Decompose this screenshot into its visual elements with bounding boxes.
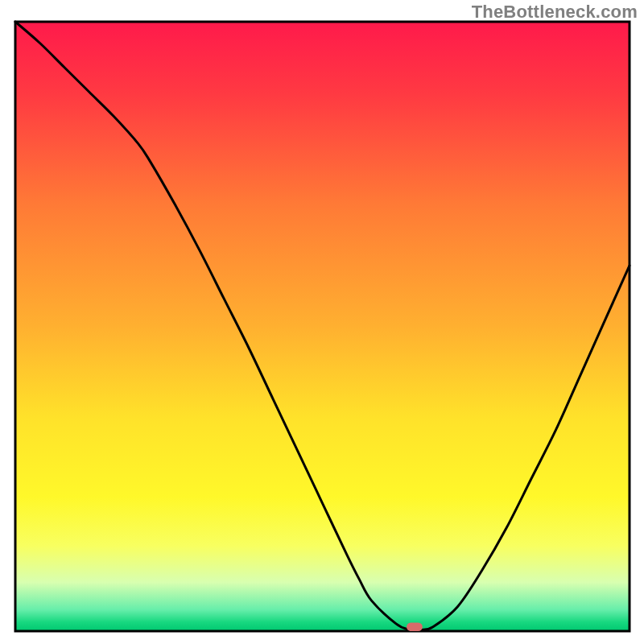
chart-container: TheBottleneck.com [0,0,644,644]
bottleneck-chart [0,0,644,644]
optimal-point-marker [407,622,423,631]
watermark-text: TheBottleneck.com [472,2,638,23]
plot-background [15,22,630,631]
